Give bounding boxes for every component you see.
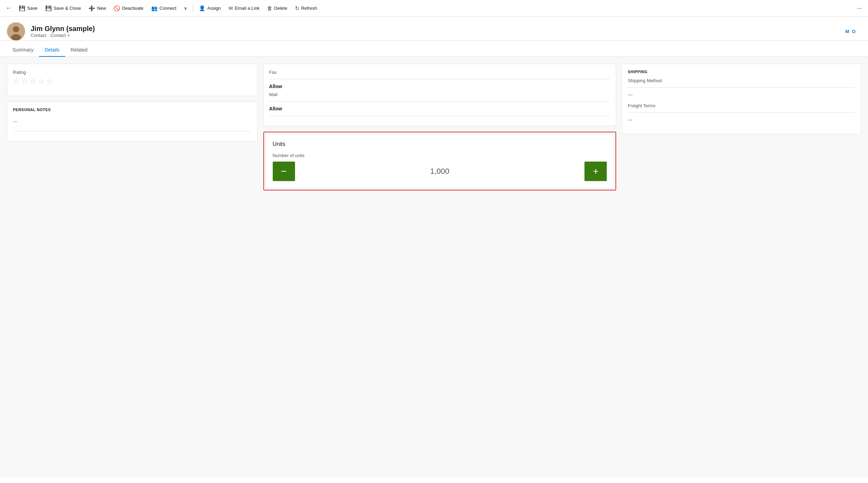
units-field-label: Number of units [273, 153, 607, 158]
freight-terms-label: Freight Terms [628, 103, 855, 108]
save-button[interactable]: 💾 Save [15, 3, 41, 14]
subtitle-dropdown[interactable]: ∨ [67, 33, 70, 38]
mail-divider [269, 101, 611, 102]
save-icon: 💾 [19, 5, 25, 11]
tab-details[interactable]: Details [39, 44, 65, 57]
assign-icon: 👤 [199, 5, 206, 11]
tab-summary[interactable]: Summary [7, 44, 39, 57]
star-1[interactable]: ☆ [13, 77, 20, 86]
contact-info-card: Fax Allow Mail Allow [263, 64, 617, 126]
minus-icon: − [281, 166, 286, 177]
shipping-method-label: Shipping Method [628, 78, 855, 83]
refresh-icon: ↻ [295, 5, 300, 11]
record-subtitle: Contact · Contact ∨ [31, 33, 840, 38]
star-2[interactable]: ☆ [21, 77, 28, 86]
more-button[interactable]: ⋯ [854, 3, 865, 13]
chevron-down-icon: ∨ [184, 6, 187, 11]
shipping-method-field: Shipping Method --- [628, 78, 855, 98]
fax-label: Fax [269, 70, 611, 75]
header-initial: M [845, 29, 849, 34]
new-icon: ➕ [88, 5, 95, 11]
back-button[interactable]: ← [3, 2, 15, 14]
right-column: SHIPPING Shipping Method --- Freight Ter… [622, 64, 861, 470]
new-button[interactable]: ➕ New [85, 3, 109, 14]
assign-button[interactable]: 👤 Assign [195, 3, 224, 14]
units-plus-button[interactable]: + [584, 162, 607, 181]
mail-field-row: Mail Allow [269, 92, 611, 116]
mail-bottom-divider [269, 116, 611, 116]
header-user-info: M O [845, 29, 855, 34]
avatar [7, 22, 25, 40]
units-title: Units [273, 141, 607, 147]
center-column: Fax Allow Mail Allow Units Number of uni… [263, 64, 622, 470]
star-3[interactable]: ☆ [30, 77, 37, 86]
notes-divider [13, 131, 252, 131]
connect-dropdown-button[interactable]: ∨ [180, 3, 191, 13]
units-control: − 1,000 + [273, 162, 607, 181]
delete-button[interactable]: 🗑 Delete [264, 3, 291, 13]
tab-related[interactable]: Related [65, 44, 93, 57]
freight-divider [628, 112, 855, 113]
units-card: Units Number of units − 1,000 + [265, 134, 614, 188]
units-minus-button[interactable]: − [273, 162, 295, 181]
rating-card: Rating ☆ ☆ ☆ ☆ ☆ [7, 64, 258, 96]
deactivate-button[interactable]: 🚫 Deactivate [110, 3, 147, 14]
toolbar-divider [193, 4, 193, 13]
tabs-bar: Summary Details Related [0, 44, 868, 57]
plus-icon: + [593, 166, 598, 177]
save-close-button[interactable]: 💾 Save & Close [42, 3, 85, 14]
freight-terms-field: Freight Terms --- [628, 103, 855, 123]
record-type1: Contact [31, 33, 46, 38]
shipping-method-value: --- [628, 92, 855, 98]
fax-field-row: Fax Allow [269, 70, 611, 89]
rating-label: Rating [13, 70, 252, 75]
delete-icon: 🗑 [267, 5, 272, 11]
units-highlight-wrapper: Units Number of units − 1,000 + [263, 132, 617, 190]
more-icon: ⋯ [857, 6, 862, 11]
record-name: Jim Glynn (sample) [31, 25, 840, 33]
shipping-method-divider [628, 87, 855, 88]
fax-divider [269, 79, 611, 79]
record-header: Jim Glynn (sample) Contact · Contact ∨ M… [0, 17, 868, 41]
deactivate-icon: 🚫 [114, 5, 120, 11]
units-value: 1,000 [301, 167, 579, 176]
save-close-icon: 💾 [45, 5, 52, 11]
personal-notes-title: PERSONAL NOTES [13, 108, 252, 112]
email-icon: ✉ [228, 5, 233, 11]
subtitle-dot: · [48, 33, 49, 38]
personal-notes-value[interactable]: --- [13, 116, 252, 127]
connect-icon: 👥 [151, 5, 158, 11]
freight-terms-value: --- [628, 117, 855, 123]
star-4[interactable]: ☆ [38, 77, 45, 86]
back-icon: ← [6, 5, 12, 11]
shipping-card: SHIPPING Shipping Method --- Freight Ter… [622, 64, 861, 134]
record-type2: Contact [50, 33, 66, 38]
star-5[interactable]: ☆ [46, 77, 53, 86]
shipping-title: SHIPPING [628, 70, 855, 74]
personal-notes-card: PERSONAL NOTES --- [7, 102, 258, 141]
left-column: Rating ☆ ☆ ☆ ☆ ☆ PERSONAL NOTES --- [7, 64, 263, 470]
mail-value: Allow [269, 106, 611, 111]
fax-value: Allow [269, 84, 611, 89]
rating-stars[interactable]: ☆ ☆ ☆ ☆ ☆ [13, 77, 252, 86]
connect-button[interactable]: 👥 Connect [148, 3, 180, 14]
mail-label: Mail [269, 92, 611, 97]
svg-point-1 [13, 26, 19, 32]
email-link-button[interactable]: ✉ Email a Link [225, 3, 263, 14]
toolbar: ← 💾 Save 💾 Save & Close ➕ New 🚫 Deactiva… [0, 0, 868, 17]
content-area: Rating ☆ ☆ ☆ ☆ ☆ PERSONAL NOTES --- Fax … [0, 57, 868, 477]
record-title-block: Jim Glynn (sample) Contact · Contact ∨ [31, 25, 840, 38]
refresh-button[interactable]: ↻ Refresh [292, 3, 321, 14]
header-label2: O [852, 29, 855, 34]
